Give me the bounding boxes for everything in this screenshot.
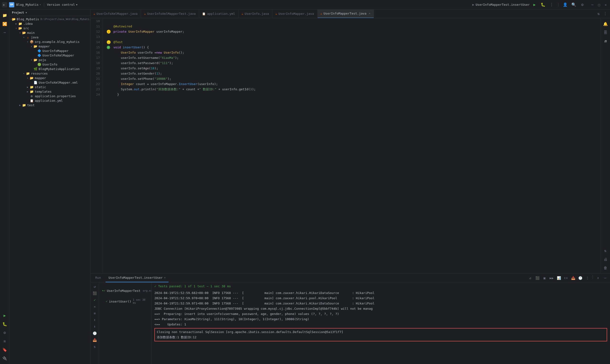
tree-test-method[interactable]: ✓ insertUser() 1 sec 38 ms (99, 298, 151, 305)
tree-item-root[interactable]: ▾ 📂 Blog_Mybatis D:\Project\Java_Web\Blo… (10, 17, 90, 21)
bottom-more-button[interactable]: ⋮ (584, 275, 590, 281)
right-print-icon[interactable]: 🖨 (602, 255, 609, 263)
sidebar-plugins-icon[interactable]: 🔌 (1, 354, 9, 362)
tree-item-pojo[interactable]: ▾ 📂 pojo (10, 58, 90, 62)
toolbar-export2[interactable]: 📤 (92, 337, 98, 343)
project-selector[interactable]: Blog_Mybatis ▾ (16, 3, 41, 6)
export-button[interactable]: 📤 (570, 275, 576, 281)
more-button[interactable]: ⋮ (549, 2, 555, 8)
tab-userinfoxmlmappertest[interactable]: ☕ UserInfoXmlMapperTest.java (141, 10, 199, 18)
tabs-actions: ⇅ ⋮ (596, 11, 610, 17)
debug-button[interactable]: 🐛 (540, 2, 546, 8)
sidebar-structure-icon[interactable]: ≡ (1, 337, 9, 345)
tab-userinfomappertest-active[interactable]: ☕ UserInfoMapperTest.java ✕ (318, 10, 374, 18)
settings-button[interactable]: ⚙ (580, 2, 585, 8)
toolbar-filter[interactable]: ≡ (92, 310, 98, 316)
profile-button[interactable]: 👤 (562, 2, 568, 8)
tab-userinfoxmlmapper[interactable]: ☕ UserInfoXmlMapper.java (91, 10, 141, 18)
toolbar-sort2[interactable]: ⇅ (92, 344, 98, 350)
separator2 (558, 3, 558, 7)
project-path: D:\Project\Java_Web\Blog_Mybati... (40, 18, 90, 21)
expand-panel-button[interactable]: ⬆ (595, 275, 601, 281)
arrow-pkg-root: ▾ (26, 40, 29, 43)
tree-item-main[interactable]: ▾ 📂 main (10, 30, 90, 35)
code-area[interactable]: @Autowired ⚠ private UserInfoMapper user… (103, 18, 600, 273)
run-all-button[interactable]: ▶▶ (549, 275, 555, 281)
tree-item-static[interactable]: ▶ 📁 static (10, 85, 90, 89)
minimize-button[interactable]: ─ (590, 2, 595, 7)
run-marker-15[interactable]: ✓ (107, 46, 110, 49)
close-button[interactable]: ✕ (603, 2, 608, 7)
tab-userinfo[interactable]: ☕ UserInfo.java (239, 10, 273, 18)
tab-split-icon[interactable]: ⇅ (596, 11, 601, 17)
toolbar-x[interactable]: ✕ (92, 304, 98, 310)
toolbar-clock[interactable]: 🕐 (92, 330, 98, 336)
tree-item-idea[interactable]: ▶ 📁 .idea (10, 21, 90, 26)
tab-icon-3: 📋 (202, 12, 206, 15)
stop-button[interactable]: ⬛ (534, 275, 540, 281)
right-sort-icon[interactable]: ⇅ (602, 247, 609, 254)
toolbar-check[interactable]: ✓ (92, 297, 98, 303)
tab-close-6[interactable]: ✕ (369, 12, 371, 15)
token-17a: userInfo.setUsername( (113, 55, 160, 61)
sidebar-services-icon[interactable]: ⚙ (1, 329, 9, 336)
bottom-tab-run[interactable]: Run (92, 274, 104, 282)
toolbar-down[interactable]: ⬇ (92, 324, 98, 329)
run-test-tree: ▾✓ UserInfoMapperTest org.exam 1 sec 38 … (99, 282, 152, 364)
toolbar-stop[interactable]: ⬛ (92, 290, 98, 296)
tree-item-mapper-pkg[interactable]: ▾ 📂 mapper (10, 44, 90, 49)
tab-userinfomapper[interactable]: ☕ UserInfoMapper.java (273, 10, 318, 18)
filter-button[interactable]: ▣ (542, 275, 547, 281)
tree-item-userinfomapper[interactable]: ▶ 🔷 UserInfoMapper (10, 49, 90, 53)
maximize-button[interactable]: □ (597, 2, 601, 7)
tree-item-userinfoxmlmapper[interactable]: ▶ 🔷 UserInfoXmlMapper (10, 53, 90, 58)
tree-item-pkg-root[interactable]: ▾ 📦 org.example.blog_mybatis (10, 39, 90, 44)
sidebar-run-icon[interactable]: ▶ (1, 312, 9, 319)
tree-item-app-yml[interactable]: ▶ 📋 application.yml (10, 98, 90, 103)
tree-item-app-props[interactable]: ▶ ⚙ application.properties (10, 94, 90, 98)
tree-item-templates[interactable]: ▶ 📁 templates (10, 89, 90, 94)
token-insertuser-fn: insertUser (123, 45, 141, 50)
tree-item-src[interactable]: ▾ 📂 src (10, 26, 90, 30)
tree-item-userinfo[interactable]: ▶ 🟢 UserInfo (10, 62, 90, 67)
tree-item-resources[interactable]: ▾ 📁 resources (10, 71, 90, 76)
tree-item-test[interactable]: ▶ 📁 test (10, 103, 90, 107)
token-void: void (113, 45, 121, 50)
toolbar-up[interactable]: ⬆ (92, 317, 98, 323)
search-button[interactable]: 🔍 (571, 2, 577, 8)
bottom-tab-test[interactable]: UserInfoMapperTest.insertUser ✕ (105, 274, 169, 282)
coverage-button[interactable]: 📊 (556, 275, 562, 281)
suite-label: UserInfoMapperTest (107, 289, 140, 293)
editor-content[interactable]: 10 11 12 13 14 15 16 17 18 19 20 21 22 2… (91, 18, 600, 273)
sidebar-project-icon[interactable]: 📁 (1, 12, 9, 19)
vcs-selector[interactable]: Version control ▾ (47, 3, 78, 6)
right-notifications-icon[interactable]: 🔔 (602, 20, 609, 28)
arrow-java: ▾ (22, 36, 26, 39)
close-panel-button[interactable]: ─ (602, 275, 608, 281)
sidebar-git-icon[interactable]: 🔀 (1, 20, 9, 28)
tab-application-yml[interactable]: 📋 application.yml (199, 10, 238, 18)
bottom-tab-close[interactable]: ✕ (164, 276, 166, 279)
right-delete-icon[interactable]: 🗑 (602, 264, 609, 272)
tree-item-java[interactable]: ▾ ☕ java (10, 35, 90, 39)
tree-item-xml-file[interactable]: ▶ 📄 UserInfoXmlMapper.xml (10, 80, 90, 85)
tab-label-1: UserInfoXmlMapper.java (96, 12, 138, 15)
right-db-icon[interactable]: 🗄 (602, 29, 609, 36)
tab-icon-5: ☕ (275, 12, 277, 15)
run-button[interactable]: ▶ (532, 2, 537, 8)
tab-more-icon[interactable]: ⋮ (602, 11, 608, 17)
clock-button[interactable]: 🕐 (577, 275, 583, 281)
tree-item-mapper-xml-folder[interactable]: ▾ 📂 mapper (10, 76, 90, 80)
sidebar-bookmarks-icon[interactable]: 🔖 (1, 346, 9, 353)
sort-button[interactable]: ⬆⬇ (563, 275, 569, 281)
arrow-static: ▶ (26, 86, 29, 88)
sidebar-more-icon[interactable]: ⋯ (1, 29, 9, 36)
tree-test-suite[interactable]: ▾✓ UserInfoMapperTest org.exam 1 sec 38 … (99, 284, 151, 298)
output-line-5: ==> Preparing: insert into userinfo(user… (155, 311, 607, 317)
gutter-15: ✓ (107, 46, 113, 49)
toolbar-rerun[interactable]: ↺ (92, 284, 98, 289)
sidebar-debug-icon[interactable]: 🐛 (1, 320, 9, 328)
tree-item-application[interactable]: ▶ 🌿 BlogMybatisApplication (10, 67, 90, 71)
rerun-button[interactable]: ↺ (527, 275, 533, 281)
token-private: private (113, 29, 127, 34)
